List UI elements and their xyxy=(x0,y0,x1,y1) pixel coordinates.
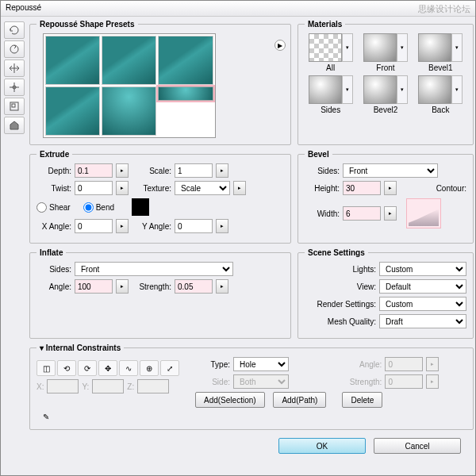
texture-spin[interactable]: ▸ xyxy=(233,181,246,195)
material-all-menu[interactable]: ▾ xyxy=(342,33,353,62)
inflate-angle-input[interactable] xyxy=(75,279,113,294)
mat-label: Front xyxy=(376,63,394,72)
pan-tool-icon[interactable] xyxy=(4,60,25,77)
scene-group: Scene Settings Lights:Custom View:Defaul… xyxy=(298,248,474,339)
mat-label: Bevel1 xyxy=(428,63,453,72)
depth-spin[interactable]: ▸ xyxy=(116,163,129,178)
depth-label: Depth: xyxy=(36,167,71,175)
presets-flyout-icon[interactable]: ▶ xyxy=(274,40,286,51)
preset-cube1[interactable] xyxy=(45,36,100,85)
preset-cube3[interactable] xyxy=(158,36,213,85)
contour-preview[interactable] xyxy=(406,198,441,228)
bend-radio[interactable]: Bend xyxy=(83,202,114,213)
ic-strength-label: Strength: xyxy=(342,378,382,386)
material-back-swatch[interactable] xyxy=(418,75,451,104)
scale-spin[interactable]: ▸ xyxy=(216,163,228,178)
material-sides-swatch[interactable] xyxy=(309,75,342,104)
constraint-scale-icon[interactable]: ⤢ xyxy=(160,360,179,376)
material-all-swatch[interactable] xyxy=(309,33,342,62)
lights-label: Lights: xyxy=(305,265,376,274)
z-input xyxy=(137,379,169,393)
xangle-label: X Angle: xyxy=(36,222,71,231)
cancel-button[interactable]: Cancel xyxy=(374,438,461,454)
bevel-width-input[interactable] xyxy=(343,206,381,221)
bevel-height-input[interactable] xyxy=(343,181,381,195)
preset-cone2[interactable] xyxy=(158,86,213,101)
z-label: Z: xyxy=(127,382,134,391)
type-select[interactable]: Hole xyxy=(233,357,289,371)
view-select[interactable]: Default xyxy=(379,279,466,294)
material-bevel1-menu[interactable]: ▾ xyxy=(451,33,463,62)
mat-label: Back xyxy=(432,106,449,114)
scale-input[interactable] xyxy=(175,163,213,178)
preset-cube2[interactable] xyxy=(102,36,156,85)
titlebar: Repoussé 思缘设计论坛 xyxy=(1,1,475,17)
ok-button[interactable]: OK xyxy=(278,438,366,454)
y-label: Y: xyxy=(82,382,89,391)
scale-tool-icon[interactable] xyxy=(4,98,25,115)
home-tool-icon[interactable] xyxy=(4,117,25,134)
constraint-curve-icon[interactable]: ∿ xyxy=(119,360,138,376)
add-selection-button[interactable]: Add(Selection) xyxy=(195,392,265,408)
window-title: Repoussé xyxy=(6,3,41,13)
material-back-menu[interactable]: ▾ xyxy=(451,75,463,104)
material-sides-menu[interactable]: ▾ xyxy=(342,75,353,104)
eraser-icon[interactable]: ✎ xyxy=(43,413,49,421)
depth-input[interactable] xyxy=(75,163,113,178)
svg-rect-3 xyxy=(12,104,15,107)
constraint-move-icon[interactable]: ✥ xyxy=(98,360,117,376)
add-path-button[interactable]: Add(Path) xyxy=(273,392,326,408)
inflate-legend: Inflate xyxy=(36,248,66,257)
yangle-spin[interactable]: ▸ xyxy=(216,219,228,233)
material-front-menu[interactable]: ▾ xyxy=(397,33,408,62)
bevel-height-label: Height: xyxy=(305,184,340,193)
roll-tool-icon[interactable] xyxy=(4,40,25,58)
scale-label: Scale: xyxy=(132,167,171,175)
x-input xyxy=(47,379,79,393)
lights-select[interactable]: Custom xyxy=(379,262,466,276)
bevel-legend: Bevel xyxy=(305,150,332,159)
material-bevel2-swatch[interactable] xyxy=(363,75,397,104)
xangle-spin[interactable]: ▸ xyxy=(116,219,129,233)
repousse-dialog: Repoussé 思缘设计论坛 Repoussé Shape Presets ▶ xyxy=(0,0,476,476)
contour-label: Contour: xyxy=(436,184,466,193)
material-bevel1-swatch[interactable] xyxy=(418,33,451,62)
shear-radio[interactable]: Shear xyxy=(36,202,71,213)
twist-spin[interactable]: ▸ xyxy=(116,181,129,195)
pattern-icon[interactable] xyxy=(132,198,149,216)
bevel-height-spin[interactable]: ▸ xyxy=(384,181,397,195)
bevel-sides-select[interactable]: Front xyxy=(343,163,438,178)
constraint-rotate-icon[interactable]: ⟲ xyxy=(57,360,76,376)
render-select[interactable]: Custom xyxy=(379,297,466,311)
bevel-width-spin[interactable]: ▸ xyxy=(384,206,397,221)
preset-cube4[interactable] xyxy=(45,86,100,136)
mat-label: Bevel2 xyxy=(374,106,398,114)
rotate-tool-icon[interactable] xyxy=(4,21,25,39)
inflate-strength-label: Strength: xyxy=(132,282,171,291)
yangle-input[interactable] xyxy=(175,219,213,233)
xangle-input[interactable] xyxy=(75,219,113,233)
inflate-strength-spin[interactable]: ▸ xyxy=(216,279,228,294)
inflate-angle-spin[interactable]: ▸ xyxy=(116,279,129,294)
tool-rail xyxy=(1,17,28,475)
material-bevel2-menu[interactable]: ▾ xyxy=(397,75,408,104)
constraint-roll-icon[interactable]: ⟳ xyxy=(78,360,97,376)
delete-button[interactable]: Delete xyxy=(342,392,382,408)
twist-input[interactable] xyxy=(75,181,113,195)
inflate-sides-select[interactable]: Front xyxy=(75,262,233,276)
constraint-cube-icon[interactable]: ◫ xyxy=(36,360,56,376)
texture-select[interactable]: Scale xyxy=(175,181,230,195)
preset-cone1[interactable] xyxy=(102,86,156,136)
material-front-swatch[interactable] xyxy=(363,33,397,62)
side-label: Side: xyxy=(195,378,230,386)
mesh-select[interactable]: Draft xyxy=(379,314,466,328)
ic-angle-label: Angle: xyxy=(342,360,382,369)
inflate-angle-label: Angle: xyxy=(36,282,71,291)
bevel-sides-label: Sides: xyxy=(305,167,340,175)
bevel-width-label: Width: xyxy=(305,209,340,218)
materials-group: Materials ▾All ▾Front ▾Bevel1 ▾Sides ▾Be… xyxy=(298,20,474,145)
slide-tool-icon[interactable] xyxy=(4,79,25,96)
constraint-anchor-icon[interactable]: ⊕ xyxy=(140,360,159,376)
inflate-strength-input[interactable] xyxy=(175,279,213,294)
extrude-group: Extrude Depth: ▸ Scale: ▸ Twist: ▸ Textu… xyxy=(29,150,291,244)
